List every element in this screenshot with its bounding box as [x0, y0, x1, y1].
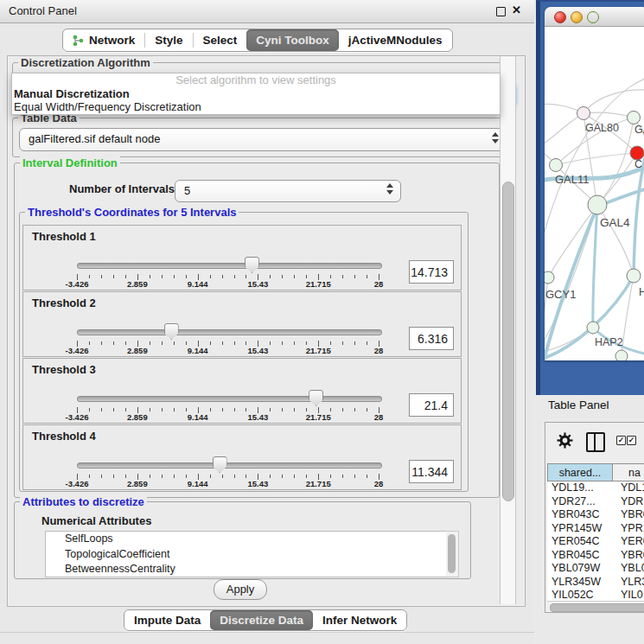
tab-label: Network [89, 34, 135, 47]
network-node[interactable] [545, 271, 554, 284]
threshold-slider-track[interactable] [77, 462, 382, 469]
threshold-slider-thumb[interactable] [245, 257, 259, 273]
slider-tick [125, 475, 126, 478]
table-cell-name: YLR3 [621, 576, 644, 590]
network-node-label: GCY1 [545, 288, 576, 301]
slider-tick [282, 341, 283, 345]
attributes-list-scrollbar[interactable] [446, 531, 459, 577]
algorithm-dropdown-popup: Select algorithm to view settings Manual… [11, 73, 501, 115]
table-row[interactable]: YPR145WYPR1 [547, 522, 644, 536]
slider-tick [150, 341, 150, 345]
slider-tick [270, 275, 271, 278]
threshold-slider-track[interactable] [77, 263, 382, 269]
interval-definition-title: Interval Definition [20, 156, 120, 169]
spinner-arrows-icon[interactable] [386, 183, 393, 194]
network-node-label: C [634, 158, 642, 170]
slider-tick [174, 475, 175, 478]
slider-tick [270, 408, 271, 411]
numerical-attributes-list[interactable]: SelfLoopsTopologicalCoefficientBetweenne… [45, 531, 448, 577]
table-row[interactable]: YER054CYER0 [547, 535, 644, 549]
gear-icon[interactable] [557, 432, 573, 449]
table-rows[interactable]: YDL19...YDL1YDR27...YDR2YBR043CYBR0YPR14… [547, 481, 644, 603]
slider-tick [210, 408, 211, 411]
threshold-value-field[interactable]: 21.4 [409, 393, 454, 417]
threshold-slider-thumb[interactable] [164, 323, 179, 340]
threshold-value-field[interactable]: 14.713 [409, 260, 454, 284]
network-nodes[interactable] [545, 107, 644, 361]
slider-tick [89, 475, 90, 478]
split-columns-icon[interactable] [586, 432, 605, 452]
tab-impute-data[interactable]: Impute Data [124, 610, 210, 630]
table-panel-box: ✓ ✓ shared... na YDL19...YDL1YDR27...YDR… [545, 422, 644, 613]
dropdown-placeholder-option[interactable]: Select algorithm to view settings [12, 73, 500, 87]
tab-label: Style [155, 34, 182, 47]
table-row[interactable]: YBR043CYBR0 [547, 508, 644, 522]
minimize-traffic-light-icon[interactable] [571, 11, 583, 23]
table-row[interactable]: YDL19...YDL1 [547, 481, 644, 495]
slider-tick-label: 9.144 [188, 479, 208, 488]
tab-discretize-data[interactable]: Discretize Data [210, 610, 313, 630]
tab-select[interactable]: Select [194, 29, 247, 51]
network-node[interactable] [628, 112, 641, 124]
combo-arrows-icon[interactable] [492, 132, 499, 143]
checkbox-icon[interactable]: ✓ [627, 436, 636, 445]
threshold-slider-thumb[interactable] [213, 456, 227, 473]
panel-vertical-scrollbar[interactable] [500, 56, 516, 604]
slider-tick [89, 408, 90, 411]
slider-tick [162, 275, 163, 278]
network-node[interactable] [627, 269, 641, 283]
table-row[interactable]: YBL079WYBL0 [547, 562, 644, 576]
slider-tick [150, 408, 150, 411]
slider-tick [245, 275, 246, 278]
threshold-slider-track[interactable] [77, 396, 382, 402]
number-of-intervals-spinner[interactable]: 5 [175, 180, 401, 202]
threshold-slider-thumb[interactable] [309, 390, 323, 406]
table-row[interactable]: YBR045CYBR0 [547, 549, 644, 563]
tab-jactivemnodules[interactable]: jActiveMNodules [339, 29, 452, 51]
close-icon[interactable]: ✕ [512, 3, 521, 16]
dropdown-option[interactable]: Equal Width/Frequency Discretization [12, 100, 500, 114]
table-cell-name: YPR1 [621, 522, 644, 536]
network-canvas[interactable]: GAL80GACGAL11GAL4GCY1HHAP2 [545, 27, 644, 360]
dropdown-option[interactable]: Manual Discretization [12, 87, 500, 101]
threshold-value-field[interactable]: 6.316 [409, 327, 454, 350]
table-cell-name: YBR0 [621, 508, 644, 522]
float-window-icon[interactable] [496, 7, 506, 16]
checkbox-icon[interactable]: ✓ [616, 436, 626, 445]
scrollbar-thumb[interactable] [550, 603, 644, 612]
table-row[interactable]: YLR345WYLR3 [547, 576, 644, 590]
slider-tick [186, 275, 187, 278]
attribute-list-item[interactable]: TopologicalCoefficient [46, 547, 447, 563]
table-row[interactable]: YDR27...YDR2 [547, 495, 644, 509]
slider-tick [306, 275, 307, 278]
table-data-combo[interactable]: galFiltered.sif default node [19, 128, 507, 151]
network-node[interactable] [577, 107, 590, 120]
tab-label: jActiveMNodules [348, 34, 443, 47]
threshold-panel: Threshold 3-3.4262.8599.14415.4321.71528… [22, 358, 462, 424]
tab-style[interactable]: Style [145, 29, 192, 51]
scrollbar-thumb[interactable] [502, 182, 514, 501]
table-header-shared[interactable]: shared... [547, 463, 613, 481]
tab-cyni-toolbox[interactable]: Cyni Toolbox [246, 29, 339, 51]
slider-tick-label: 28 [374, 346, 384, 355]
network-node[interactable] [587, 322, 599, 334]
tab-label: Cyni Toolbox [256, 34, 329, 47]
attribute-list-item[interactable]: SelfLoops [46, 532, 447, 547]
zoom-traffic-light-icon[interactable] [587, 11, 599, 23]
table-horizontal-scrollbar[interactable] [547, 601, 644, 612]
tab-infer-network[interactable]: Infer Network [313, 610, 406, 630]
network-node[interactable] [588, 195, 607, 214]
threshold-slider-track[interactable] [77, 329, 382, 335]
table-header-name[interactable]: na [612, 463, 644, 481]
slider-tick [150, 475, 150, 478]
table-cell-name: YER0 [621, 535, 644, 549]
slider-tick [101, 275, 102, 278]
threshold-value-field[interactable]: 11.344 [409, 460, 454, 483]
network-node[interactable] [615, 350, 628, 360]
apply-button[interactable]: Apply [214, 579, 267, 600]
network-node[interactable] [550, 159, 563, 172]
tab-network[interactable]: Network [63, 29, 144, 51]
close-traffic-light-icon[interactable] [554, 11, 566, 23]
slider-tick [354, 408, 355, 411]
attribute-list-item[interactable]: BetweennessCentrality [46, 562, 447, 577]
